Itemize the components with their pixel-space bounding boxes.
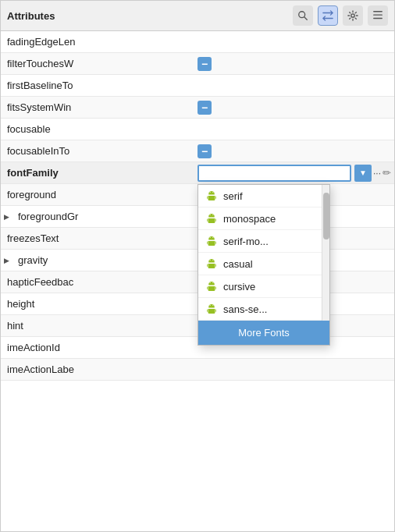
- attr-row-focusableInTo[interactable]: focusableInTo −: [1, 140, 394, 162]
- expand-arrow-icon: ▶: [4, 213, 15, 221]
- attr-name: height: [4, 298, 198, 310]
- attr-row-fontFamily[interactable]: fontFamily ▼ ··· ✏ serif: [1, 162, 394, 184]
- dropdown-item-label: cursive: [223, 281, 255, 293]
- dropdown-item-serif-mono[interactable]: serif-mo...: [198, 230, 322, 253]
- android-icon: [205, 189, 219, 203]
- pencil-button[interactable]: ✏: [383, 167, 391, 179]
- dropdown-item-label: serif: [223, 190, 243, 202]
- swap-icon: [322, 10, 334, 21]
- minus-badge: −: [198, 144, 212, 158]
- attr-value: −: [198, 101, 391, 115]
- dropdown-item-label: casual: [223, 258, 253, 270]
- panel-title: Attributes: [7, 10, 288, 22]
- attr-row-fitsSystemWin[interactable]: fitsSystemWin −: [1, 97, 394, 119]
- dropdown-arrow-button[interactable]: ▼: [354, 165, 372, 182]
- android-icon: [205, 257, 219, 271]
- more-fonts-button[interactable]: More Fonts: [198, 321, 329, 345]
- attr-row-imeActionLabe[interactable]: imeActionLabe: [1, 359, 394, 381]
- android-icon: [205, 234, 219, 248]
- dropdown-item-cursive[interactable]: cursive: [198, 275, 322, 298]
- attr-name: firstBaselineTo: [4, 80, 198, 91]
- attributes-list: fadingEdgeLen filterTouchesW − firstBase…: [1, 31, 394, 531]
- attr-name: focusableInTo: [4, 145, 198, 157]
- pin-icon: [372, 10, 383, 21]
- attr-row-fadingEdgeLen[interactable]: fadingEdgeLen: [1, 31, 394, 53]
- attr-name: hint: [4, 320, 198, 332]
- dropdown-item-sans-serif[interactable]: sans-se...: [198, 298, 322, 321]
- attr-value: −: [198, 144, 391, 158]
- attr-name-fontFamily: fontFamily: [4, 167, 198, 179]
- ellipsis-button[interactable]: ···: [372, 168, 383, 179]
- attributes-panel: Attributes: [0, 0, 395, 532]
- attr-row-firstBaselineTo[interactable]: firstBaselineTo: [1, 75, 394, 97]
- settings-button[interactable]: [343, 5, 363, 26]
- svg-line-1: [304, 17, 308, 20]
- android-icon: [205, 302, 219, 316]
- font-family-input[interactable]: [198, 165, 351, 182]
- attr-value: −: [198, 57, 391, 71]
- pin-button[interactable]: [368, 5, 388, 26]
- dropdown-items-list: serif monospace serif-mo: [198, 185, 322, 321]
- dropdown-item-casual[interactable]: casual: [198, 253, 322, 275]
- dropdown-scroll-area: serif monospace serif-mo: [198, 185, 329, 321]
- scrollbar-track[interactable]: [322, 185, 329, 321]
- attr-row-focusable[interactable]: focusable: [1, 119, 394, 140]
- attr-name: gravity: [15, 254, 208, 266]
- svg-point-2: [351, 14, 354, 17]
- font-family-input-container: ▼: [198, 165, 372, 182]
- attr-name: filterTouchesW: [4, 58, 198, 69]
- search-button[interactable]: [293, 5, 313, 26]
- dropdown-item-label: sans-se...: [223, 303, 267, 315]
- attr-name: hapticFeedbac: [4, 276, 198, 288]
- attr-name: imeActionId: [4, 342, 198, 353]
- attr-row-filterTouchesW[interactable]: filterTouchesW −: [1, 53, 394, 75]
- attr-name: foregroundGr: [15, 211, 208, 222]
- scrollbar-thumb[interactable]: [323, 193, 329, 239]
- dropdown-item-monospace[interactable]: monospace: [198, 207, 322, 230]
- attr-name: foreground: [4, 189, 198, 200]
- dropdown-item-label: serif-mo...: [223, 236, 269, 247]
- panel-header: Attributes: [1, 1, 394, 31]
- swap-button[interactable]: [318, 5, 338, 26]
- attr-name: fitsSystemWin: [4, 101, 198, 113]
- attr-name: focusable: [4, 123, 198, 135]
- dropdown-item-label: monospace: [223, 213, 276, 225]
- minus-badge: −: [198, 57, 212, 71]
- android-icon: [205, 279, 219, 293]
- minus-badge: −: [198, 101, 212, 115]
- gear-icon: [347, 10, 358, 21]
- attr-name: freezesText: [4, 232, 198, 244]
- search-icon: [297, 10, 308, 21]
- expand-arrow-icon: ▶: [4, 257, 15, 264]
- android-icon: [205, 211, 219, 225]
- attr-name: fadingEdgeLen: [4, 36, 198, 48]
- dropdown-item-serif[interactable]: serif: [198, 185, 322, 207]
- attr-name: imeActionLabe: [4, 364, 198, 375]
- font-dropdown: serif monospace serif-mo: [198, 184, 330, 346]
